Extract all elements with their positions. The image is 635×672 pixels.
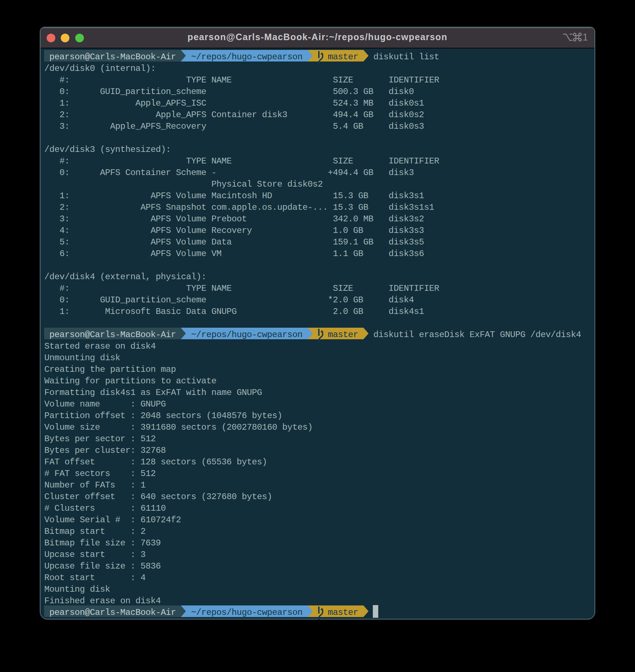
svg-text:1: 1 <box>583 32 587 43</box>
